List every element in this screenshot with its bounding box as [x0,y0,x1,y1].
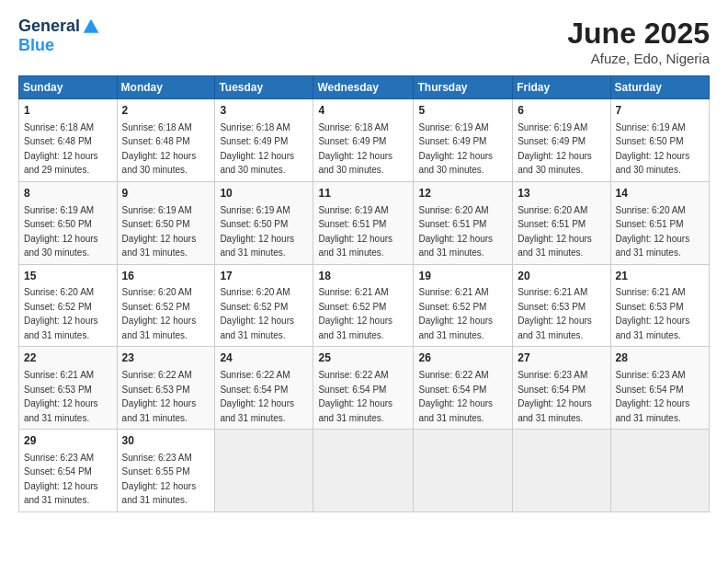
day-number: 23 [122,350,210,366]
calendar-cell [313,430,414,512]
calendar-cell: 11 Sunrise: 6:19 AMSunset: 6:51 PMDaylig… [313,181,414,264]
calendar-cell [414,430,513,512]
day-number: 8 [24,186,112,201]
day-info: Sunrise: 6:18 AMSunset: 6:49 PMDaylight:… [318,122,392,176]
calendar: SundayMondayTuesdayWednesdayThursdayFrid… [18,75,710,512]
day-info: Sunrise: 6:21 AMSunset: 6:52 PMDaylight:… [418,287,493,340]
calendar-cell: 15 Sunrise: 6:20 AMSunset: 6:52 PMDaylig… [19,264,118,347]
logo: General Blue [18,17,100,55]
calendar-cell: 25 Sunrise: 6:22 AMSunset: 6:54 PMDaylig… [313,347,414,430]
calendar-cell: 2 Sunrise: 6:18 AMSunset: 6:48 PMDayligh… [117,99,215,182]
day-info: Sunrise: 6:18 AMSunset: 6:48 PMDaylight:… [24,122,98,176]
day-number: 15 [24,269,112,284]
calendar-cell: 24 Sunrise: 6:22 AMSunset: 6:54 PMDaylig… [215,347,313,430]
day-number: 25 [318,350,408,366]
day-number: 6 [518,103,605,119]
calendar-cell: 29 Sunrise: 6:23 AMSunset: 6:54 PMDaylig… [19,430,118,512]
day-info: Sunrise: 6:19 AMSunset: 6:50 PMDaylight:… [122,205,197,259]
calendar-cell: 19 Sunrise: 6:21 AMSunset: 6:52 PMDaylig… [414,264,513,347]
day-info: Sunrise: 6:20 AMSunset: 6:51 PMDaylight:… [418,205,493,259]
calendar-cell: 3 Sunrise: 6:18 AMSunset: 6:49 PMDayligh… [215,99,313,182]
day-number: 26 [418,350,507,366]
title-section: June 2025 Afuze, Edo, Nigeria [567,17,710,66]
day-info: Sunrise: 6:23 AMSunset: 6:55 PMDaylight:… [122,453,197,506]
day-info: Sunrise: 6:19 AMSunset: 6:51 PMDaylight:… [318,205,392,259]
day-info: Sunrise: 6:20 AMSunset: 6:52 PMDaylight:… [122,287,197,340]
calendar-cell: 5 Sunrise: 6:19 AMSunset: 6:49 PMDayligh… [414,99,513,182]
day-number: 30 [122,433,210,449]
calendar-cell: 14 Sunrise: 6:20 AMSunset: 6:51 PMDaylig… [610,181,709,264]
day-number: 14 [616,186,704,201]
calendar-cell: 20 Sunrise: 6:21 AMSunset: 6:53 PMDaylig… [513,264,610,347]
day-header-friday: Friday [513,76,610,99]
day-number: 5 [418,103,507,119]
day-info: Sunrise: 6:19 AMSunset: 6:49 PMDaylight:… [418,122,493,176]
location: Afuze, Edo, Nigeria [567,51,710,66]
day-number: 27 [518,350,605,366]
day-info: Sunrise: 6:22 AMSunset: 6:53 PMDaylight:… [122,370,197,423]
day-number: 22 [24,350,112,366]
day-info: Sunrise: 6:21 AMSunset: 6:52 PMDaylight:… [318,287,392,340]
calendar-cell: 26 Sunrise: 6:22 AMSunset: 6:54 PMDaylig… [414,347,513,430]
calendar-cell: 27 Sunrise: 6:23 AMSunset: 6:54 PMDaylig… [513,347,610,430]
logo-text: General [18,17,100,36]
day-number: 16 [122,269,210,284]
day-number: 3 [220,103,308,119]
day-header-saturday: Saturday [610,76,709,99]
day-info: Sunrise: 6:23 AMSunset: 6:54 PMDaylight:… [616,370,690,423]
day-info: Sunrise: 6:22 AMSunset: 6:54 PMDaylight:… [318,370,392,423]
day-header-row: SundayMondayTuesdayWednesdayThursdayFrid… [19,76,710,99]
logo-icon [82,17,100,36]
week-row-3: 15 Sunrise: 6:20 AMSunset: 6:52 PMDaylig… [19,264,710,347]
day-number: 24 [220,350,308,366]
day-info: Sunrise: 6:20 AMSunset: 6:51 PMDaylight:… [616,205,690,259]
calendar-cell: 17 Sunrise: 6:20 AMSunset: 6:52 PMDaylig… [215,264,313,347]
day-info: Sunrise: 6:22 AMSunset: 6:54 PMDaylight:… [418,370,493,423]
calendar-cell: 13 Sunrise: 6:20 AMSunset: 6:51 PMDaylig… [513,181,610,264]
week-row-1: 1 Sunrise: 6:18 AMSunset: 6:48 PMDayligh… [19,99,710,182]
day-info: Sunrise: 6:18 AMSunset: 6:49 PMDaylight:… [220,122,294,176]
day-info: Sunrise: 6:19 AMSunset: 6:50 PMDaylight:… [616,122,690,176]
calendar-cell: 21 Sunrise: 6:21 AMSunset: 6:53 PMDaylig… [610,264,709,347]
week-row-4: 22 Sunrise: 6:21 AMSunset: 6:53 PMDaylig… [19,347,710,430]
calendar-cell: 30 Sunrise: 6:23 AMSunset: 6:55 PMDaylig… [117,430,215,512]
day-info: Sunrise: 6:20 AMSunset: 6:52 PMDaylight:… [24,287,98,340]
day-header-wednesday: Wednesday [313,76,414,99]
day-number: 12 [418,186,507,201]
calendar-cell: 8 Sunrise: 6:19 AMSunset: 6:50 PMDayligh… [19,181,118,264]
day-number: 20 [518,269,605,284]
day-info: Sunrise: 6:21 AMSunset: 6:53 PMDaylight:… [616,287,690,340]
calendar-cell: 7 Sunrise: 6:19 AMSunset: 6:50 PMDayligh… [610,99,709,182]
day-number: 19 [418,269,507,284]
day-info: Sunrise: 6:23 AMSunset: 6:54 PMDaylight:… [24,453,98,506]
week-row-5: 29 Sunrise: 6:23 AMSunset: 6:54 PMDaylig… [19,430,710,512]
calendar-cell: 1 Sunrise: 6:18 AMSunset: 6:48 PMDayligh… [19,99,118,182]
calendar-cell: 10 Sunrise: 6:19 AMSunset: 6:50 PMDaylig… [215,181,313,264]
day-number: 4 [318,103,408,119]
calendar-cell: 22 Sunrise: 6:21 AMSunset: 6:53 PMDaylig… [19,347,118,430]
day-info: Sunrise: 6:19 AMSunset: 6:50 PMDaylight:… [220,205,294,259]
page: General Blue June 2025 Afuze, Edo, Niger… [0,0,728,563]
calendar-cell: 16 Sunrise: 6:20 AMSunset: 6:52 PMDaylig… [117,264,215,347]
day-number: 7 [616,103,704,119]
calendar-cell: 9 Sunrise: 6:19 AMSunset: 6:50 PMDayligh… [117,181,215,264]
day-number: 28 [616,350,704,366]
header: General Blue June 2025 Afuze, Edo, Niger… [18,17,710,66]
day-info: Sunrise: 6:21 AMSunset: 6:53 PMDaylight:… [518,287,592,340]
calendar-header: SundayMondayTuesdayWednesdayThursdayFrid… [19,76,710,99]
month-title: June 2025 [567,17,710,51]
day-info: Sunrise: 6:20 AMSunset: 6:52 PMDaylight:… [220,287,294,340]
calendar-cell [513,430,610,512]
day-info: Sunrise: 6:20 AMSunset: 6:51 PMDaylight:… [518,205,592,259]
day-info: Sunrise: 6:22 AMSunset: 6:54 PMDaylight:… [220,370,294,423]
day-number: 13 [518,186,605,201]
week-row-2: 8 Sunrise: 6:19 AMSunset: 6:50 PMDayligh… [19,181,710,264]
day-number: 18 [318,269,408,284]
day-info: Sunrise: 6:19 AMSunset: 6:50 PMDaylight:… [24,205,98,259]
day-header-thursday: Thursday [414,76,513,99]
day-number: 2 [122,103,210,119]
day-header-monday: Monday [117,76,215,99]
day-number: 17 [220,269,308,284]
calendar-cell: 18 Sunrise: 6:21 AMSunset: 6:52 PMDaylig… [313,264,414,347]
calendar-cell: 28 Sunrise: 6:23 AMSunset: 6:54 PMDaylig… [610,347,709,430]
